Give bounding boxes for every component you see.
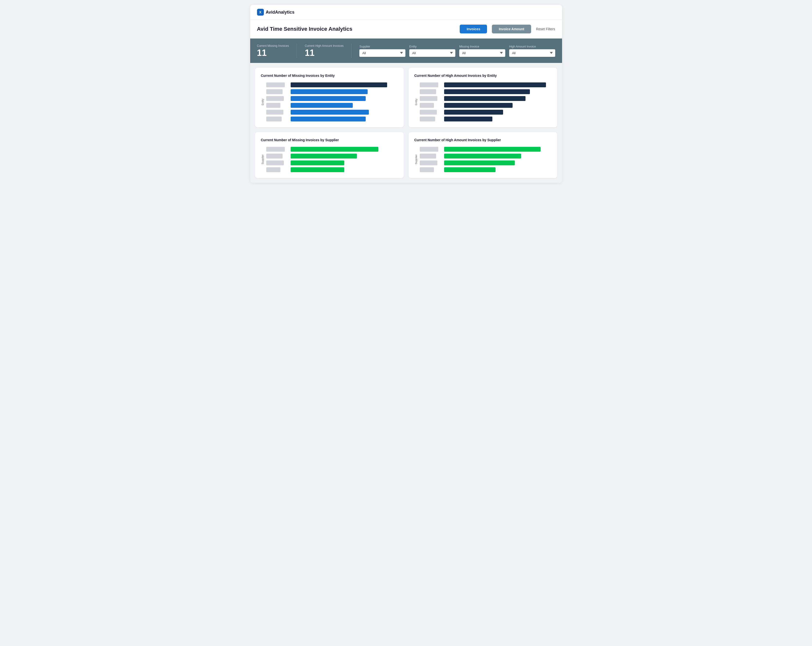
- bar-row: [291, 154, 357, 159]
- bars-col: [444, 83, 551, 121]
- bars-col: [444, 147, 551, 172]
- bar-label: [420, 110, 437, 115]
- chart-missing-entity: Current Number of Missing Invoices by En…: [255, 68, 404, 127]
- bar-label: [266, 116, 282, 121]
- bar-label: [420, 167, 434, 172]
- bar-label: [420, 83, 438, 87]
- logo-container: X AvidAnalytics: [257, 9, 295, 15]
- bar-label: [420, 89, 437, 94]
- chart-high-supplier-title: Current Number of High Amount Invoices b…: [414, 138, 551, 142]
- bar-row: [444, 103, 513, 108]
- bar-label: [266, 110, 283, 115]
- bar-label: [420, 147, 438, 152]
- chart-high-entity-ylabel: Entity: [414, 83, 418, 121]
- bar-row: [291, 103, 353, 108]
- filter-high-amount-label: High Amount Invoice: [509, 45, 555, 48]
- bar-row: [444, 161, 515, 165]
- logo-icon: X: [257, 9, 264, 15]
- chart-high-entity-title: Current Number of High Amount Invoices b…: [414, 73, 551, 78]
- bar-row: [444, 147, 540, 152]
- bar-row: [444, 154, 521, 159]
- entity-select[interactable]: All: [409, 49, 455, 57]
- bar-row: [291, 116, 366, 121]
- chart-high-entity-area: Entity: [414, 83, 551, 121]
- chart-missing-supplier-ylabel: Supplier: [261, 147, 264, 172]
- logo-text: AvidAnalytics: [266, 10, 295, 15]
- bar-row: [291, 167, 344, 172]
- label-col: [420, 83, 442, 121]
- page-title: Avid Time Sensitive Invoice Analytics: [257, 26, 455, 32]
- bar-label: [266, 89, 283, 94]
- high-amount-select[interactable]: All: [509, 49, 555, 57]
- chart-high-supplier-ylabel: Supplier: [414, 147, 418, 172]
- invoices-toggle-button[interactable]: Invoices: [460, 24, 487, 34]
- missing-invoice-select[interactable]: All: [459, 49, 505, 57]
- charts-grid: Current Number of Missing Invoices by En…: [250, 63, 562, 183]
- bars-col: [291, 147, 398, 172]
- bar-label: [420, 116, 435, 121]
- filter-entity-label: Entity: [409, 45, 455, 48]
- chart-missing-supplier-title: Current Number of Missing Invoices by Su…: [261, 138, 398, 142]
- chart-missing-supplier-bars: [266, 147, 398, 172]
- bar-row: [444, 96, 525, 101]
- filter-bar: Current Missing Invoices 11 Current High…: [250, 38, 562, 63]
- bar-row: [291, 89, 368, 94]
- bar-label: [420, 96, 437, 101]
- stat-missing: Current Missing Invoices 11: [257, 44, 289, 57]
- chart-high-entity-bars: [420, 83, 551, 121]
- bar-row: [291, 147, 379, 152]
- stat-divider: [297, 43, 297, 58]
- filter-missing-label: Missing Invoice: [459, 45, 505, 48]
- bar-label: [266, 154, 283, 159]
- title-bar: Avid Time Sensitive Invoice Analytics In…: [250, 20, 562, 38]
- bar-label: [266, 147, 285, 152]
- filter-supplier: Supplier All: [359, 45, 405, 57]
- filters-group: Supplier All Entity All Missing Invoice …: [359, 45, 555, 57]
- chart-missing-supplier-area: Supplier: [261, 147, 398, 172]
- label-col: [420, 147, 442, 172]
- stat-high-label: Current High Amount Invoices: [305, 44, 343, 47]
- bar-label: [420, 154, 437, 159]
- bar-row: [444, 167, 496, 172]
- chart-high-supplier-bars: [420, 147, 551, 172]
- chart-missing-entity-bars: [266, 83, 398, 121]
- bar-label: [266, 103, 281, 108]
- chart-missing-entity-ylabel: Entity: [261, 83, 264, 121]
- bar-label: [266, 96, 284, 101]
- chart-high-supplier-area: Supplier: [414, 147, 551, 172]
- chart-high-entity: Current Number of High Amount Invoices b…: [409, 68, 557, 127]
- bar-label: [266, 167, 281, 172]
- bar-label: [266, 83, 285, 87]
- filter-supplier-label: Supplier: [359, 45, 405, 48]
- reset-filters-button[interactable]: Reset Filters: [536, 27, 555, 31]
- filter-entity: Entity All: [409, 45, 455, 57]
- chart-missing-entity-area: Entity: [261, 83, 398, 121]
- top-header: X AvidAnalytics: [250, 5, 562, 20]
- bar-row: [444, 83, 546, 87]
- bar-label: [266, 161, 284, 165]
- bar-row: [291, 96, 366, 101]
- invoice-amount-toggle-button[interactable]: Invoice Amount: [492, 24, 531, 34]
- bar-row: [444, 110, 503, 115]
- filter-missing-invoice: Missing Invoice All: [459, 45, 505, 57]
- bar-row: [444, 116, 492, 121]
- filter-high-amount: High Amount Invoice All: [509, 45, 555, 57]
- bar-row: [291, 110, 369, 115]
- label-col: [266, 147, 288, 172]
- chart-missing-supplier: Current Number of Missing Invoices by Su…: [255, 132, 404, 178]
- stat-missing-value: 11: [257, 49, 289, 57]
- bar-row: [291, 83, 387, 87]
- bars-col: [291, 83, 398, 121]
- bar-label: [420, 161, 437, 165]
- stat-high: Current High Amount Invoices 11: [305, 44, 343, 57]
- stat-high-value: 11: [305, 49, 343, 57]
- label-col: [266, 83, 288, 121]
- bar-label: [420, 103, 434, 108]
- stat-missing-label: Current Missing Invoices: [257, 44, 289, 47]
- bar-row: [291, 161, 344, 165]
- bar-row: [444, 89, 530, 94]
- app-container: X AvidAnalytics Avid Time Sensitive Invo…: [250, 5, 562, 183]
- supplier-select[interactable]: All: [359, 49, 405, 57]
- chart-missing-entity-title: Current Number of Missing Invoices by En…: [261, 73, 398, 78]
- chart-high-supplier: Current Number of High Amount Invoices b…: [409, 132, 557, 178]
